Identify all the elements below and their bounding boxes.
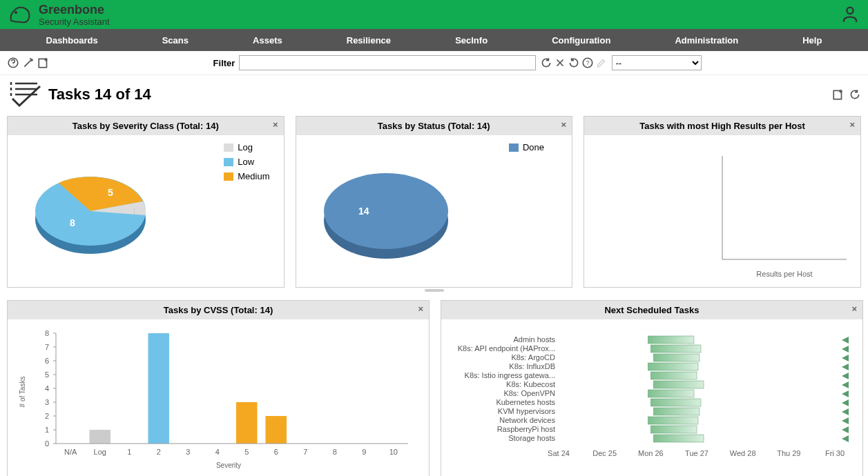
new-task-icon[interactable] (37, 57, 50, 69)
svg-text:Severity: Severity (216, 462, 241, 469)
svg-rect-18 (90, 430, 111, 444)
svg-rect-61 (653, 354, 700, 361)
svg-text:4: 4 (215, 448, 220, 456)
clear-filter-icon[interactable] (554, 57, 566, 69)
svg-text:RaspberryPi host: RaspberryPi host (497, 425, 555, 433)
svg-text:Dec 25: Dec 25 (592, 449, 617, 457)
svg-text:3: 3 (45, 398, 49, 406)
svg-text:9: 9 (362, 448, 366, 456)
close-icon[interactable]: × (851, 304, 857, 314)
svg-rect-59 (650, 345, 701, 353)
svg-text:4: 4 (45, 384, 49, 393)
svg-text:Wed 28: Wed 28 (730, 449, 756, 457)
svg-rect-71 (650, 399, 701, 406)
reset-dashboard-icon[interactable] (849, 88, 861, 101)
svg-text:K8s: ArgoCD: K8s: ArgoCD (511, 353, 555, 361)
svg-text:2: 2 (157, 448, 161, 456)
svg-text:7: 7 (303, 448, 307, 456)
svg-text:N/A: N/A (64, 448, 77, 456)
svg-point-0 (15, 11, 17, 14)
svg-text:K8s: InfluxDB: K8s: InfluxDB (509, 362, 555, 370)
svg-text:Kubernetes hosts: Kubernetes hosts (496, 398, 555, 406)
panel-severity-title: Tasks by Severity Class (Total: 14) (73, 121, 219, 131)
svg-text:6: 6 (45, 357, 49, 365)
svg-point-13 (324, 173, 448, 249)
status-pie-chart: 14 (303, 142, 483, 280)
help-icon[interactable] (7, 57, 19, 69)
panel-severity: Tasks by Severity Class (Total: 14)× 5 1… (7, 116, 284, 288)
svg-text:0: 0 (45, 439, 49, 448)
cvss-bar-chart: # of Tasks Severity 012345678 N/ALog1234… (15, 326, 422, 471)
close-icon[interactable]: × (561, 119, 566, 130)
svg-text:Admin hosts: Admin hosts (513, 335, 555, 344)
page-title: Tasks 14 of 14 (48, 86, 151, 103)
reset-filter-icon[interactable] (568, 57, 580, 69)
svg-text:8: 8 (70, 217, 75, 228)
svg-text:2: 2 (45, 412, 49, 420)
scheduled-gantt-chart: Admin hostsK8s: API endpoint (HAProx...K… (448, 326, 856, 471)
close-icon[interactable]: × (273, 119, 278, 130)
main-nav: Dashboards Scans Assets Resilience SecIn… (0, 29, 868, 51)
filter-select[interactable]: -- (612, 55, 702, 70)
panel-cvss-title: Tasks by CVSS (Total: 14) (164, 305, 273, 315)
svg-text:Tue 27: Tue 27 (685, 449, 708, 457)
svg-text:Log: Log (94, 448, 106, 456)
svg-rect-77 (650, 426, 697, 433)
svg-text:Fri 30: Fri 30 (825, 449, 845, 457)
svg-text:1: 1 (132, 207, 137, 217)
panel-cvss: Tasks by CVSS (Total: 14)× # of Tasks Se… (7, 300, 430, 476)
toolbar: Filter ? -- (0, 51, 868, 75)
brand-title: Greenbone (39, 3, 110, 16)
panel-status-title: Tasks by Status (Total: 14) (378, 121, 490, 131)
svg-text:K8s: OpenVPN: K8s: OpenVPN (503, 389, 555, 397)
nav-assets[interactable]: Assets (242, 30, 293, 51)
edit-filter-icon[interactable] (595, 57, 608, 69)
svg-rect-79 (653, 435, 704, 442)
page-head: Tasks 14 of 14 (0, 75, 868, 116)
svg-text:# of Tasks: # of Tasks (19, 377, 26, 408)
svg-text:Sat 24: Sat 24 (548, 449, 570, 457)
svg-rect-57 (648, 336, 694, 344)
svg-text:K8s: Kubecost: K8s: Kubecost (506, 380, 555, 388)
svg-rect-73 (653, 408, 700, 415)
wizard-icon[interactable] (22, 57, 35, 69)
legend-medium: Medium (238, 171, 269, 181)
svg-text:6: 6 (274, 448, 278, 456)
add-chart-icon[interactable] (832, 88, 845, 101)
nav-configuration[interactable]: Configuration (541, 30, 621, 51)
brand: Greenbone Security Assistant (8, 1, 110, 28)
svg-text:Thu 29: Thu 29 (777, 449, 800, 457)
svg-text:Mon 26: Mon 26 (638, 449, 664, 457)
close-icon[interactable]: × (849, 119, 855, 130)
svg-text:14: 14 (358, 206, 369, 217)
panel-high-results: Tasks with most High Results per Host× R… (584, 116, 861, 288)
user-icon[interactable] (840, 4, 860, 26)
refresh-filter-icon[interactable] (540, 57, 552, 69)
greenbone-logo-icon (8, 1, 33, 28)
help-filter-icon[interactable]: ? (581, 57, 594, 69)
legend-done: Done (523, 142, 544, 152)
panel-high-title: Tasks with most High Results per Host (639, 121, 805, 131)
svg-text:8: 8 (45, 329, 49, 337)
svg-text:K8s: Istio ingress gatewa...: K8s: Istio ingress gatewa... (465, 371, 555, 379)
nav-administration[interactable]: Administration (664, 30, 749, 51)
nav-scans[interactable]: Scans (151, 30, 200, 51)
panel-status: Tasks by Status (Total: 14)× 14 Done (296, 116, 573, 288)
svg-rect-63 (648, 363, 698, 370)
nav-help[interactable]: Help (791, 30, 833, 51)
filter-label: Filter (213, 58, 235, 68)
nav-secinfo[interactable]: SecInfo (444, 30, 499, 51)
brand-subtitle: Security Assistant (39, 17, 110, 26)
close-icon[interactable]: × (418, 304, 423, 314)
svg-text:5: 5 (108, 187, 113, 198)
nav-dashboards[interactable]: Dashboards (35, 30, 109, 51)
svg-text:5: 5 (45, 370, 49, 379)
svg-rect-21 (266, 416, 287, 444)
svg-rect-20 (236, 402, 258, 444)
panel-sched-title: Next Scheduled Tasks (604, 305, 699, 315)
filter-input[interactable] (239, 55, 536, 70)
svg-text:Storage hosts: Storage hosts (508, 434, 555, 442)
row-separator[interactable] (0, 288, 868, 293)
nav-resilience[interactable]: Resilience (336, 30, 402, 51)
svg-rect-65 (650, 372, 697, 379)
